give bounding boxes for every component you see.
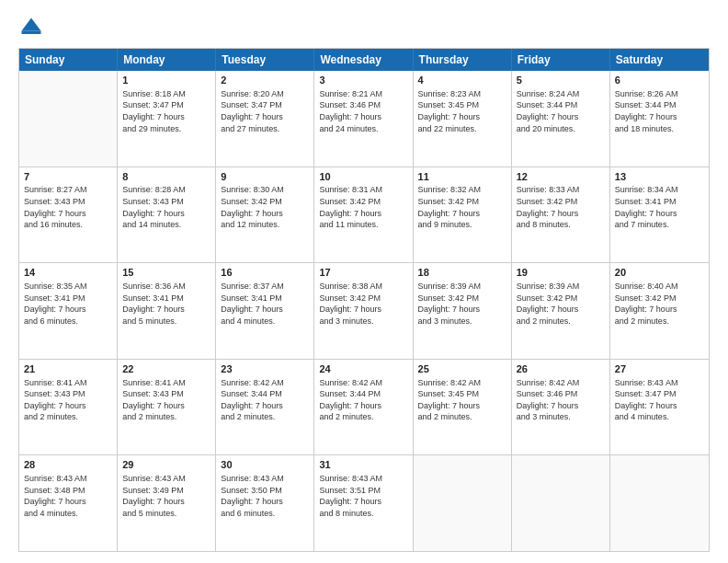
day-number: 26 <box>517 362 605 376</box>
calendar-cell: 1Sunrise: 8:18 AM Sunset: 3:47 PM Daylig… <box>118 71 216 167</box>
calendar-cell: 24Sunrise: 8:42 AM Sunset: 3:44 PM Dayli… <box>314 360 413 455</box>
svg-rect-1 <box>22 31 41 35</box>
day-info: Sunrise: 8:23 AM Sunset: 3:45 PM Dayligh… <box>418 88 506 134</box>
day-number: 12 <box>517 170 605 184</box>
day-info: Sunrise: 8:41 AM Sunset: 3:43 PM Dayligh… <box>122 377 210 423</box>
calendar-week-5: 28Sunrise: 8:43 AM Sunset: 3:48 PM Dayli… <box>19 454 709 551</box>
day-number: 3 <box>319 74 407 87</box>
day-info: Sunrise: 8:35 AM Sunset: 3:41 PM Dayligh… <box>24 281 112 327</box>
day-number: 1 <box>122 74 210 87</box>
day-number: 22 <box>122 362 210 376</box>
day-info: Sunrise: 8:21 AM Sunset: 3:46 PM Dayligh… <box>319 88 407 134</box>
header-day-friday: Friday <box>512 49 610 71</box>
day-number: 10 <box>319 170 407 184</box>
header-day-sunday: Sunday <box>19 49 118 71</box>
calendar-cell: 16Sunrise: 8:37 AM Sunset: 3:41 PM Dayli… <box>216 263 314 359</box>
header-day-wednesday: Wednesday <box>314 49 413 71</box>
day-info: Sunrise: 8:30 AM Sunset: 3:42 PM Dayligh… <box>221 184 309 230</box>
day-info: Sunrise: 8:42 AM Sunset: 3:46 PM Dayligh… <box>517 377 605 423</box>
day-info: Sunrise: 8:24 AM Sunset: 3:44 PM Dayligh… <box>517 88 605 134</box>
calendar-cell: 28Sunrise: 8:43 AM Sunset: 3:48 PM Dayli… <box>19 455 118 551</box>
calendar-cell: 18Sunrise: 8:39 AM Sunset: 3:42 PM Dayli… <box>414 263 512 359</box>
day-number: 30 <box>221 458 309 472</box>
day-info: Sunrise: 8:43 AM Sunset: 3:51 PM Dayligh… <box>319 473 407 519</box>
day-info: Sunrise: 8:32 AM Sunset: 3:42 PM Dayligh… <box>418 184 506 230</box>
day-number: 23 <box>221 362 309 376</box>
logo-icon <box>18 15 44 40</box>
day-number: 21 <box>24 362 112 376</box>
day-number: 29 <box>122 458 210 472</box>
day-number: 9 <box>221 170 309 184</box>
calendar-cell: 31Sunrise: 8:43 AM Sunset: 3:51 PM Dayli… <box>314 455 413 551</box>
calendar-cell: 3Sunrise: 8:21 AM Sunset: 3:46 PM Daylig… <box>314 71 413 167</box>
day-info: Sunrise: 8:43 AM Sunset: 3:49 PM Dayligh… <box>122 473 210 519</box>
calendar-cell: 6Sunrise: 8:26 AM Sunset: 3:44 PM Daylig… <box>610 71 709 167</box>
calendar-week-1: 1Sunrise: 8:18 AM Sunset: 3:47 PM Daylig… <box>19 71 709 167</box>
day-info: Sunrise: 8:27 AM Sunset: 3:43 PM Dayligh… <box>24 184 112 230</box>
day-info: Sunrise: 8:39 AM Sunset: 3:42 PM Dayligh… <box>418 281 506 327</box>
day-number: 14 <box>24 266 112 280</box>
day-info: Sunrise: 8:43 AM Sunset: 3:48 PM Dayligh… <box>24 473 112 519</box>
calendar-body: 1Sunrise: 8:18 AM Sunset: 3:47 PM Daylig… <box>19 71 709 551</box>
calendar-cell: 11Sunrise: 8:32 AM Sunset: 3:42 PM Dayli… <box>414 167 512 263</box>
calendar-cell: 20Sunrise: 8:40 AM Sunset: 3:42 PM Dayli… <box>610 263 709 359</box>
page: SundayMondayTuesdayWednesdayThursdayFrid… <box>0 0 728 563</box>
day-info: Sunrise: 8:36 AM Sunset: 3:41 PM Dayligh… <box>122 281 210 327</box>
calendar-week-4: 21Sunrise: 8:41 AM Sunset: 3:43 PM Dayli… <box>19 359 709 455</box>
calendar-cell: 30Sunrise: 8:43 AM Sunset: 3:50 PM Dayli… <box>216 455 314 551</box>
day-number: 8 <box>122 170 210 184</box>
logo <box>18 15 46 40</box>
day-info: Sunrise: 8:28 AM Sunset: 3:43 PM Dayligh… <box>122 184 210 230</box>
calendar-header: SundayMondayTuesdayWednesdayThursdayFrid… <box>19 49 709 71</box>
calendar-cell: 27Sunrise: 8:43 AM Sunset: 3:47 PM Dayli… <box>610 360 709 455</box>
day-number: 27 <box>615 362 704 376</box>
day-number: 6 <box>615 74 704 87</box>
header-day-thursday: Thursday <box>414 49 512 71</box>
calendar-cell: 4Sunrise: 8:23 AM Sunset: 3:45 PM Daylig… <box>414 71 512 167</box>
day-number: 16 <box>221 266 309 280</box>
day-info: Sunrise: 8:26 AM Sunset: 3:44 PM Dayligh… <box>615 88 704 134</box>
day-info: Sunrise: 8:40 AM Sunset: 3:42 PM Dayligh… <box>615 281 704 327</box>
calendar-cell <box>19 71 118 167</box>
day-number: 25 <box>418 362 506 376</box>
day-number: 28 <box>24 458 112 472</box>
calendar: SundayMondayTuesdayWednesdayThursdayFrid… <box>18 48 710 552</box>
day-number: 2 <box>221 74 309 87</box>
day-number: 13 <box>615 170 704 184</box>
header-day-monday: Monday <box>118 49 216 71</box>
day-info: Sunrise: 8:34 AM Sunset: 3:41 PM Dayligh… <box>615 184 704 230</box>
day-info: Sunrise: 8:42 AM Sunset: 3:45 PM Dayligh… <box>418 377 506 423</box>
calendar-cell: 8Sunrise: 8:28 AM Sunset: 3:43 PM Daylig… <box>118 167 216 263</box>
calendar-cell: 12Sunrise: 8:33 AM Sunset: 3:42 PM Dayli… <box>512 167 610 263</box>
day-info: Sunrise: 8:42 AM Sunset: 3:44 PM Dayligh… <box>319 377 407 423</box>
calendar-cell: 21Sunrise: 8:41 AM Sunset: 3:43 PM Dayli… <box>19 360 118 455</box>
calendar-cell: 15Sunrise: 8:36 AM Sunset: 3:41 PM Dayli… <box>118 263 216 359</box>
day-info: Sunrise: 8:31 AM Sunset: 3:42 PM Dayligh… <box>319 184 407 230</box>
calendar-cell: 17Sunrise: 8:38 AM Sunset: 3:42 PM Dayli… <box>314 263 413 359</box>
calendar-cell: 23Sunrise: 8:42 AM Sunset: 3:44 PM Dayli… <box>216 360 314 455</box>
header-day-saturday: Saturday <box>610 49 709 71</box>
calendar-cell: 14Sunrise: 8:35 AM Sunset: 3:41 PM Dayli… <box>19 263 118 359</box>
day-info: Sunrise: 8:41 AM Sunset: 3:43 PM Dayligh… <box>24 377 112 423</box>
day-info: Sunrise: 8:42 AM Sunset: 3:44 PM Dayligh… <box>221 377 309 423</box>
day-number: 5 <box>517 74 605 87</box>
header <box>18 15 710 40</box>
day-info: Sunrise: 8:43 AM Sunset: 3:50 PM Dayligh… <box>221 473 309 519</box>
calendar-cell: 13Sunrise: 8:34 AM Sunset: 3:41 PM Dayli… <box>610 167 709 263</box>
day-number: 24 <box>319 362 407 376</box>
day-number: 20 <box>615 266 704 280</box>
calendar-week-3: 14Sunrise: 8:35 AM Sunset: 3:41 PM Dayli… <box>19 262 709 359</box>
calendar-cell <box>414 455 512 551</box>
day-number: 19 <box>517 266 605 280</box>
day-info: Sunrise: 8:37 AM Sunset: 3:41 PM Dayligh… <box>221 281 309 327</box>
calendar-cell: 29Sunrise: 8:43 AM Sunset: 3:49 PM Dayli… <box>118 455 216 551</box>
calendar-cell: 2Sunrise: 8:20 AM Sunset: 3:47 PM Daylig… <box>216 71 314 167</box>
day-number: 11 <box>418 170 506 184</box>
calendar-cell: 26Sunrise: 8:42 AM Sunset: 3:46 PM Dayli… <box>512 360 610 455</box>
calendar-cell: 7Sunrise: 8:27 AM Sunset: 3:43 PM Daylig… <box>19 167 118 263</box>
day-number: 17 <box>319 266 407 280</box>
calendar-cell: 10Sunrise: 8:31 AM Sunset: 3:42 PM Dayli… <box>314 167 413 263</box>
day-info: Sunrise: 8:43 AM Sunset: 3:47 PM Dayligh… <box>615 377 704 423</box>
calendar-week-2: 7Sunrise: 8:27 AM Sunset: 3:43 PM Daylig… <box>19 167 709 263</box>
calendar-cell: 9Sunrise: 8:30 AM Sunset: 3:42 PM Daylig… <box>216 167 314 263</box>
